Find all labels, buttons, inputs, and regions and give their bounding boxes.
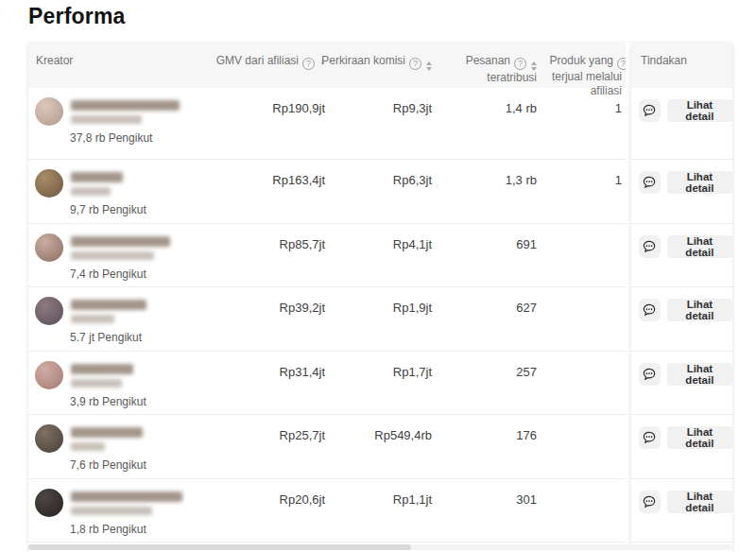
follower-count: 1,8 rb Pengikut (70, 523, 146, 536)
creator-name-blurred (71, 236, 170, 247)
column-header-komisi-label: Perkiraan komisi (321, 54, 405, 67)
gmv-value: Rp39,2jt (198, 301, 325, 315)
table-row: 7,4 rb Pengikut Rp85,7jt Rp4,1jt 691 (28, 224, 626, 288)
chat-bubble-icon[interactable] (639, 363, 661, 386)
chat-bubble-icon[interactable] (639, 426, 661, 449)
komisi-value: Rp549,4rb (312, 428, 432, 442)
table-row: 7,6 rb Pengikut Rp25,7jt Rp549,4rb 176 (28, 415, 626, 479)
avatar (35, 297, 63, 325)
action-cell: Lihat detail (631, 224, 732, 288)
follower-count: 9,7 rb Pengikut (70, 203, 146, 216)
avatar (35, 97, 63, 126)
creator-subname-blurred (71, 251, 154, 260)
follower-count: 3,9 rb Pengikut (70, 395, 146, 408)
pinned-action-column: Tindakan Lihat detail Lihat detail Lihat… (631, 43, 732, 552)
creator-name-blurred (71, 427, 143, 438)
creator-subname-blurred (71, 507, 152, 515)
pesanan-value: 691 (435, 237, 537, 251)
avatar (35, 169, 63, 198)
column-header-komisi: Perkiraan komisi? (312, 54, 432, 71)
lihat-detail-button[interactable]: Lihat detail (667, 99, 732, 122)
table-row: 3,9 rb Pengikut Rp31,4jt Rp1,7jt 257 (28, 352, 626, 416)
action-cell: Lihat detail (631, 287, 732, 352)
follower-count: 5.7 jt Pengikut (70, 331, 142, 344)
action-cell: Lihat detail (631, 352, 732, 416)
gmv-value: Rp190,9jt (198, 101, 325, 115)
pesanan-value: 176 (435, 428, 537, 442)
avatar (35, 424, 63, 453)
follower-count: 37,8 rb Pengikut (70, 131, 152, 145)
table-scroll-area: Kreator GMV dari afiliasi?↓ Perkiraan ko… (28, 43, 626, 552)
creator-name-blurred (71, 172, 123, 182)
chat-bubble-icon[interactable] (639, 235, 661, 258)
avatar (35, 489, 63, 517)
table-row: 9,7 rb Pengikut Rp163,4jt Rp6,3jt 1,3 rb… (28, 160, 626, 224)
lihat-detail-button[interactable]: Lihat detail (667, 426, 732, 449)
table-row: 1,8 rb Pengikut Rp20,6jt Rp1,1jt 301 (28, 479, 626, 543)
chat-bubble-icon[interactable] (639, 299, 661, 321)
lihat-detail-button[interactable]: Lihat detail (667, 299, 732, 321)
produk-value-clipped: 1 (558, 173, 622, 187)
creator-name-blurred (71, 364, 133, 374)
table-row: 5.7 jt Pengikut Rp39,2jt Rp1,9jt 627 (28, 287, 626, 352)
gmv-value: Rp163,4jt (198, 173, 325, 187)
action-cell: Lihat detail (631, 88, 732, 160)
chat-bubble-icon[interactable] (639, 491, 661, 513)
creator-name-blurred (71, 492, 182, 502)
column-header-produk-label2: terjual melalui (501, 70, 626, 84)
performance-table-card: Kreator GMV dari afiliasi?↓ Perkiraan ko… (28, 43, 732, 552)
action-cell: Lihat detail (631, 160, 732, 224)
creator-subname-blurred (71, 187, 111, 196)
action-cell: Lihat detail (631, 415, 732, 479)
horizontal-scrollbar-thumb[interactable] (28, 544, 411, 550)
creator-subname-blurred (71, 379, 122, 388)
creator-subname-blurred (71, 442, 105, 451)
avatar (35, 361, 63, 389)
komisi-value: Rp1,1jt (312, 492, 432, 507)
gmv-value: Rp20,6jt (198, 492, 325, 507)
page-title: Performa (28, 4, 126, 29)
column-header-gmv: GMV dari afiliasi?↓ (198, 54, 325, 70)
follower-count: 7,4 rb Pengikut (70, 267, 146, 281)
sort-icon[interactable] (426, 61, 432, 71)
creator-name-blurred (71, 100, 180, 111)
komisi-value: Rp6,3jt (312, 173, 432, 187)
action-cell: Lihat detail (631, 479, 732, 543)
pesanan-value: 1,4 rb (435, 101, 537, 115)
lihat-detail-button[interactable]: Lihat detail (667, 171, 732, 194)
column-header-produk-label: Produk yang (550, 54, 613, 67)
table-row: 37,8 rb Pengikut Rp190,9jt Rp9,3jt 1,4 r… (28, 88, 626, 160)
produk-value-clipped: 1 (558, 101, 622, 115)
creator-subname-blurred (71, 115, 142, 124)
creator-name-blurred (71, 300, 146, 310)
column-header-kreator: Kreator (36, 54, 73, 68)
komisi-value: Rp1,7jt (312, 365, 432, 379)
komisi-value: Rp4,1jt (312, 237, 432, 251)
gmv-value: Rp25,7jt (198, 428, 325, 442)
lihat-detail-button[interactable]: Lihat detail (667, 235, 732, 258)
follower-count: 7,6 rb Pengikut (70, 458, 146, 472)
column-header-tindakan: Tindakan (631, 43, 732, 88)
column-header-gmv-label: GMV dari afiliasi (216, 54, 299, 67)
creator-subname-blurred (71, 315, 114, 323)
komisi-value: Rp9,3jt (312, 101, 432, 115)
pesanan-value: 627 (435, 301, 537, 315)
chat-bubble-icon[interactable] (639, 171, 661, 194)
gmv-value: Rp85,7jt (198, 237, 325, 251)
komisi-value: Rp1,9jt (312, 301, 432, 315)
help-icon[interactable]: ? (617, 58, 626, 70)
help-icon[interactable]: ? (409, 58, 421, 70)
pesanan-value: 301 (435, 492, 537, 507)
gmv-value: Rp31,4jt (198, 365, 325, 379)
lihat-detail-button[interactable]: Lihat detail (667, 363, 732, 386)
pesanan-value: 257 (435, 365, 537, 379)
chat-bubble-icon[interactable] (639, 99, 661, 122)
lihat-detail-button[interactable]: Lihat detail (667, 491, 732, 513)
table-header: Kreator GMV dari afiliasi?↓ Perkiraan ko… (28, 43, 626, 88)
avatar (35, 233, 63, 262)
pesanan-value: 1,3 rb (435, 173, 537, 187)
